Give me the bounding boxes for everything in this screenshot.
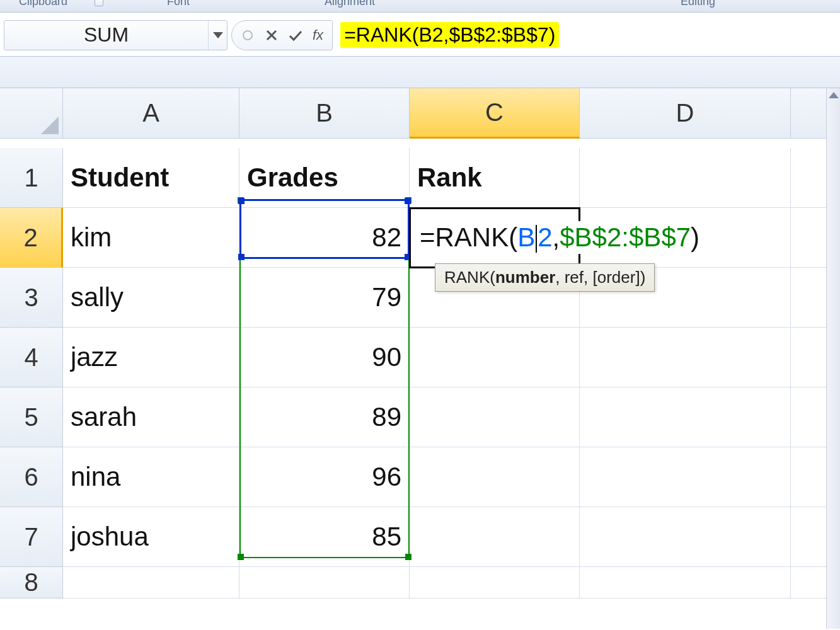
spreadsheet[interactable]: A B C D 1 Student Grades Rank 2 kim 82 =… bbox=[0, 88, 840, 629]
formula-bar-buttons: fx bbox=[231, 20, 333, 50]
check-icon bbox=[288, 29, 303, 42]
cell-a5[interactable]: sarah bbox=[63, 387, 239, 447]
row-header-5[interactable]: 5 bbox=[0, 387, 63, 447]
svg-point-1 bbox=[243, 31, 252, 40]
cell-b6[interactable]: 96 bbox=[239, 447, 410, 507]
row-header-1[interactable]: 1 bbox=[0, 148, 63, 208]
row-header-4[interactable]: 4 bbox=[0, 328, 63, 387]
enter-button[interactable] bbox=[286, 26, 305, 45]
cell-d1[interactable] bbox=[580, 148, 791, 208]
cell-d7[interactable] bbox=[580, 507, 791, 567]
vertical-scrollbar[interactable] bbox=[826, 88, 840, 629]
cell-c6[interactable] bbox=[410, 447, 580, 507]
formula-bar-row: SUM fx =RANK(B2,$B$2:$B$7) bbox=[0, 13, 840, 57]
text-caret bbox=[536, 225, 537, 253]
cell-b2[interactable]: 82 bbox=[239, 208, 410, 268]
cell-c7[interactable] bbox=[410, 507, 580, 567]
select-all-corner[interactable] bbox=[0, 88, 63, 139]
cell-c8[interactable] bbox=[410, 567, 580, 598]
row-header-2[interactable]: 2 bbox=[0, 208, 63, 268]
chevron-down-icon bbox=[213, 32, 223, 38]
formula-text: =RANK(B2,$B$2:$B$7) bbox=[340, 22, 559, 48]
cell-d5[interactable] bbox=[580, 387, 791, 447]
ribbon-group-editing: Editing bbox=[681, 0, 715, 8]
cell-d8[interactable] bbox=[580, 567, 791, 598]
cell-b3[interactable]: 79 bbox=[239, 268, 410, 328]
row-header-3[interactable]: 3 bbox=[0, 268, 63, 328]
cell-a3[interactable]: sally bbox=[63, 268, 239, 328]
col-header-b[interactable]: B bbox=[239, 88, 410, 139]
cell-c4[interactable] bbox=[410, 328, 580, 387]
cell-c1[interactable]: Rank bbox=[410, 148, 580, 208]
cell-b1[interactable]: Grades bbox=[239, 148, 410, 208]
function-tooltip: RANK(number, ref, [order]) bbox=[435, 263, 655, 292]
cell-a7[interactable]: joshua bbox=[63, 507, 239, 567]
col-header-c[interactable]: C bbox=[410, 88, 580, 139]
cell-a2[interactable]: kim bbox=[63, 208, 239, 268]
cell-d6[interactable] bbox=[580, 447, 791, 507]
cell-c5[interactable] bbox=[410, 387, 580, 447]
cell-b8[interactable] bbox=[239, 567, 410, 598]
cell-d4[interactable] bbox=[580, 328, 791, 387]
formula-bar-spacer bbox=[0, 57, 840, 88]
formula-input[interactable]: =RANK(B2,$B$2:$B$7) bbox=[337, 20, 836, 50]
name-box[interactable]: SUM bbox=[4, 20, 227, 50]
cell-c2[interactable]: =RANK(B2,$B$2:$B$7) bbox=[410, 208, 580, 268]
cell-c2-formula: =RANK(B2,$B$2:$B$7) bbox=[417, 221, 702, 255]
cell-b7[interactable]: 85 bbox=[239, 507, 410, 567]
row-header-6[interactable]: 6 bbox=[0, 447, 63, 507]
row-header-8[interactable]: 8 bbox=[0, 567, 63, 598]
ribbon-group-row: Clipboard Font Alignment Editing bbox=[0, 0, 840, 13]
cell-a8[interactable] bbox=[63, 567, 239, 598]
ribbon-group-clipboard: Clipboard bbox=[19, 0, 67, 8]
ribbon-group-alignment: Alignment bbox=[325, 0, 375, 8]
scroll-up-icon bbox=[829, 92, 839, 98]
x-icon bbox=[265, 29, 278, 42]
row-header-7[interactable]: 7 bbox=[0, 507, 63, 567]
col-header-a[interactable]: A bbox=[63, 88, 239, 139]
cell-b5[interactable]: 89 bbox=[239, 387, 410, 447]
cell-a4[interactable]: jazz bbox=[63, 328, 239, 387]
formula-circle-icon bbox=[238, 26, 257, 45]
name-box-value: SUM bbox=[4, 23, 208, 47]
fx-label[interactable]: fx bbox=[310, 27, 326, 43]
ribbon-dialog-launcher[interactable] bbox=[95, 0, 103, 6]
cancel-button[interactable] bbox=[262, 26, 281, 45]
col-header-d[interactable]: D bbox=[580, 88, 791, 139]
name-box-dropdown[interactable] bbox=[208, 21, 227, 50]
cell-a6[interactable]: nina bbox=[63, 447, 239, 507]
ribbon-group-font: Font bbox=[167, 0, 190, 8]
svg-marker-0 bbox=[213, 32, 223, 38]
cell-b4[interactable]: 90 bbox=[239, 328, 410, 387]
cell-a1[interactable]: Student bbox=[63, 148, 239, 208]
